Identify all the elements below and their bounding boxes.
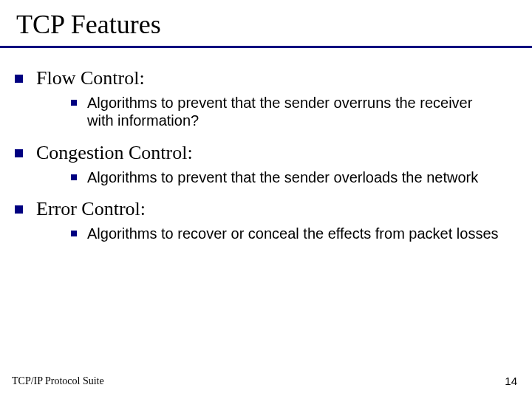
list-item: Flow Control:	[15, 67, 510, 89]
list-item-heading: Congestion Control:	[36, 142, 193, 164]
list-subitem-text: Algorithms to prevent that the sender ov…	[87, 94, 510, 130]
list-item: Error Control:	[15, 198, 510, 220]
square-bullet-icon	[71, 231, 77, 236]
square-bullet-icon	[71, 174, 77, 180]
slide-content: Flow Control: Algorithms to prevent that…	[0, 48, 532, 243]
square-bullet-icon	[71, 100, 77, 106]
square-bullet-icon	[15, 149, 23, 157]
square-bullet-icon	[15, 75, 23, 83]
square-bullet-icon	[15, 205, 23, 214]
list-subitem: Algorithms to recover or conceal the eff…	[71, 225, 510, 242]
list-item-heading: Flow Control:	[36, 67, 145, 89]
list-subitem: Algorithms to prevent that the sender ov…	[71, 168, 510, 186]
footer-text: TCP/IP Protocol Suite	[12, 375, 104, 387]
page-number: 14	[505, 375, 517, 387]
list-subitem: Algorithms to prevent that the sender ov…	[71, 94, 510, 130]
list-subitem-text: Algorithms to prevent that the sender ov…	[87, 168, 485, 186]
list-subitem-text: Algorithms to recover or conceal the eff…	[87, 225, 506, 242]
slide-title: TCP Features	[0, 0, 532, 44]
list-item: Congestion Control:	[15, 142, 510, 164]
list-item-heading: Error Control:	[36, 198, 146, 220]
